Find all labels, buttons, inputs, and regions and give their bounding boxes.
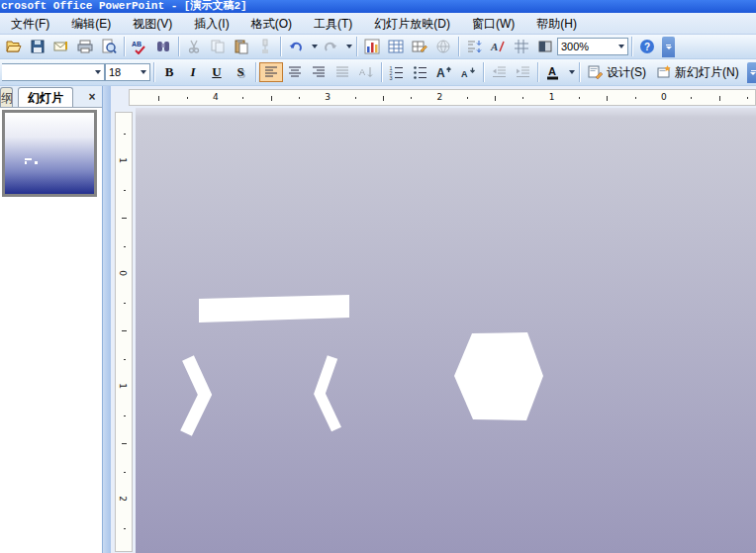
- bold-button[interactable]: B: [157, 62, 181, 82]
- insert-table-button[interactable]: [384, 37, 408, 56]
- slide-thumbnail-preview: [5, 113, 94, 194]
- toolbar-separator: [280, 37, 281, 56]
- paste-button[interactable]: [230, 37, 253, 56]
- tab-outline[interactable]: 纲: [0, 87, 13, 107]
- undo-dropdown-icon[interactable]: [308, 37, 319, 56]
- print-button[interactable]: [73, 37, 97, 56]
- italic-icon: I: [190, 64, 195, 80]
- menu-item-3[interactable]: 插入(I): [183, 14, 239, 34]
- insert-chart-button[interactable]: [360, 37, 384, 56]
- show-grid-button[interactable]: [510, 37, 533, 56]
- font-size-combobox-dropdown-icon[interactable]: [141, 70, 146, 74]
- font-name-combobox[interactable]: [2, 63, 105, 81]
- spelling-button[interactable]: AB: [128, 37, 151, 56]
- menu-item-5[interactable]: 工具(T): [303, 14, 363, 34]
- tilted-bar-shape[interactable]: [199, 295, 349, 323]
- italic-button[interactable]: I: [181, 62, 205, 82]
- window-title: crosoft Office PowerPoint - [演示文稿2]: [1, 0, 247, 12]
- color-grayscale-button[interactable]: [533, 37, 557, 56]
- format-painter-icon: [257, 39, 273, 54]
- grow-font-icon: A: [436, 64, 452, 80]
- button-label: 新幻灯片(N): [675, 64, 739, 81]
- save-button[interactable]: [26, 37, 49, 56]
- research-button[interactable]: [151, 37, 175, 56]
- toolbar-separator: [631, 37, 632, 56]
- toolbar-options-icon[interactable]: [747, 62, 756, 83]
- shrink-font-button[interactable]: A: [456, 62, 480, 82]
- chevron-left-stroke-shape[interactable]: [320, 357, 336, 429]
- help-button[interactable]: ?: [635, 37, 659, 56]
- undo-button[interactable]: [284, 37, 308, 56]
- open-button[interactable]: [2, 37, 26, 56]
- font-size-combobox[interactable]: 18: [105, 63, 150, 81]
- paste-icon: [234, 39, 249, 54]
- toolbar-options-icon[interactable]: [662, 37, 675, 57]
- toolbar-separator: [537, 62, 538, 82]
- underline-button[interactable]: U: [205, 62, 229, 82]
- mail-button[interactable]: [49, 37, 73, 56]
- tables-borders-icon: [412, 39, 427, 54]
- print-preview-button[interactable]: [97, 37, 121, 56]
- powerpoint-window: crosoft Office PowerPoint - [演示文稿2] 文件(F…: [0, 0, 756, 553]
- ruler-number: 1: [118, 157, 128, 163]
- ruler-tick: [242, 97, 243, 99]
- align-left-button[interactable]: [259, 62, 283, 82]
- shadow-icon: S: [236, 64, 243, 80]
- button-label: 设计(S): [607, 64, 646, 81]
- ruler-tick: [124, 472, 126, 473]
- ruler-tick: [691, 97, 692, 99]
- ruler-tick: [124, 303, 126, 304]
- menu-item-8[interactable]: 帮助(H): [525, 14, 588, 34]
- ruler-tick: [299, 97, 300, 99]
- menu-item-0[interactable]: 文件(F): [0, 14, 60, 34]
- shadow-button[interactable]: S: [229, 62, 252, 82]
- thumbnail-shape-mark: [25, 161, 27, 164]
- align-right-button[interactable]: [307, 62, 331, 82]
- ruler-tick: [187, 97, 188, 99]
- decrease-indent-button: [487, 62, 511, 82]
- align-center-button[interactable]: [283, 62, 307, 82]
- horizontal-ruler-row: 43210: [111, 86, 756, 108]
- slides-pane: 纲 幻灯片 ×: [0, 86, 102, 553]
- tables-borders-button[interactable]: [408, 37, 431, 56]
- ruler-number: 1: [549, 92, 555, 102]
- hexagon-shape[interactable]: [454, 332, 543, 420]
- formatting-toolbar: 18BIUSA123AAA设计(S)新幻灯片(N): [0, 59, 756, 86]
- toolbar-separator: [579, 62, 580, 82]
- zoom-combobox[interactable]: 300%: [557, 38, 628, 55]
- font-color-button[interactable]: A: [541, 62, 565, 82]
- font-name-combobox-dropdown-icon[interactable]: [95, 70, 101, 74]
- menu-item-4[interactable]: 格式(O): [240, 14, 303, 34]
- menu-item-1[interactable]: 编辑(E): [60, 14, 122, 34]
- redo-dropdown-icon[interactable]: [342, 37, 353, 56]
- pane-splitter[interactable]: [102, 86, 111, 553]
- menu-item-7[interactable]: 窗口(W): [461, 14, 525, 34]
- show-formatting-button[interactable]: A: [486, 37, 510, 56]
- bold-icon: B: [165, 64, 174, 80]
- expand-all-button[interactable]: [462, 37, 486, 56]
- zoom-combobox-dropdown-icon[interactable]: [618, 45, 624, 48]
- align-right-icon: [311, 64, 327, 80]
- decrease-indent-icon: [491, 64, 507, 80]
- ruler-tick: [383, 96, 384, 101]
- distribute-text-icon: [334, 64, 350, 80]
- slide-canvas[interactable]: [136, 108, 756, 553]
- ruler-tick: [124, 246, 126, 247]
- copy-button: [206, 37, 230, 56]
- save-icon: [30, 39, 46, 54]
- numbering-button[interactable]: 123: [385, 62, 409, 82]
- font-color-dropdown-icon[interactable]: [565, 62, 576, 82]
- chevron-right-stroke-shape[interactable]: [186, 358, 205, 433]
- slide-thumbnail[interactable]: [2, 110, 97, 197]
- tab-slides[interactable]: 幻灯片: [18, 87, 73, 107]
- bullets-button[interactable]: [409, 62, 432, 82]
- svg-text:A: A: [548, 65, 556, 77]
- menu-item-2[interactable]: 视图(V): [122, 14, 183, 34]
- design-button[interactable]: 设计(S): [583, 61, 651, 83]
- close-pane-icon[interactable]: ×: [85, 90, 99, 104]
- menu-item-6[interactable]: 幻灯片放映(D): [363, 14, 461, 34]
- new-slide-button[interactable]: 新幻灯片(N): [651, 61, 744, 83]
- grow-font-button[interactable]: A: [432, 62, 456, 82]
- color-grayscale-icon: [537, 39, 553, 54]
- slide-shapes-layer: [136, 108, 756, 552]
